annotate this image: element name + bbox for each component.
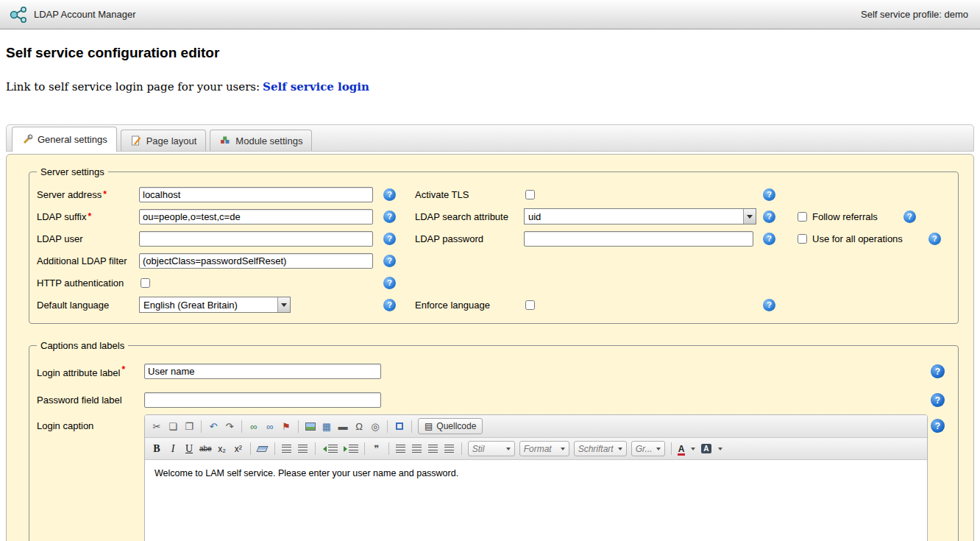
spellcheck-flag-icon[interactable]: ⚑ [279,419,294,434]
special-char-icon[interactable]: Ω [352,419,366,434]
copy-icon[interactable]: ❏ [166,419,180,434]
help-icon[interactable]: ? [383,211,396,223]
help-icon[interactable]: ? [763,188,775,201]
default-language-select[interactable]: English (Great Britain) [139,297,291,313]
find-icon[interactable]: ∞ [246,419,261,434]
page-pencil-icon [130,135,142,146]
subscript-icon[interactable]: x₂ [215,442,230,456]
selected-value: uid [528,211,743,222]
additional-filter-input[interactable] [139,253,373,269]
login-caption-row: Login caption ✂ ❏ ❐ ↶ ↷ ∞ ∞ ⚑ ▦ [37,414,951,541]
text-color-button[interactable]: A [676,442,698,456]
blockquote-icon[interactable]: ❞ [369,442,384,456]
help-icon[interactable]: ? [383,233,396,245]
help-icon[interactable]: ? [763,299,775,311]
toolbar-separator [298,420,299,433]
ldap-search-attribute-select[interactable]: uid [524,208,756,224]
help-icon[interactable]: ? [763,211,775,223]
maximize-icon[interactable] [392,419,407,434]
password-field-label: Password field label [37,395,144,406]
ldap-password-input[interactable] [524,231,753,247]
source-doc-icon: ▤ [425,421,433,431]
font-combo[interactable]: Schriftart [574,441,627,456]
help-icon[interactable]: ? [383,255,396,267]
format-combo[interactable]: Format [519,441,569,456]
ldap-password-label: LDAP password [415,227,524,250]
help-icon[interactable]: ? [383,277,396,289]
editor-content-area[interactable]: Welcome to LAM self service. Please ente… [145,460,927,541]
help-icon[interactable]: ? [903,211,916,223]
http-auth-checkbox[interactable] [141,278,150,288]
chevron-down-icon [656,448,661,450]
iframe-globe-icon[interactable]: ◎ [368,419,383,434]
bold-icon[interactable]: B [149,442,164,456]
style-combo[interactable]: Stil [468,441,515,456]
activate-tls-checkbox[interactable] [525,190,535,199]
server-address-label: Server address* [37,183,139,205]
table-icon[interactable]: ▦ [319,419,334,434]
tab-general-settings[interactable]: General settings [12,127,117,152]
cut-icon[interactable]: ✂ [149,419,164,434]
background-color-button[interactable]: A [699,442,724,456]
http-auth-label: HTTP authentication [37,272,139,294]
use-all-operations-checkbox[interactable] [798,234,807,244]
size-combo[interactable]: Gr... [631,441,665,456]
server-address-input[interactable] [139,187,373,202]
source-button-label: Quellcode [436,421,476,431]
align-center-icon[interactable] [410,442,425,456]
captions-legend: Captions and labels [37,340,128,351]
help-icon[interactable]: ? [383,299,396,311]
enforce-language-checkbox[interactable] [525,300,535,310]
indent-icon[interactable] [341,442,360,456]
toolbar-separator [201,420,202,433]
tab-page-layout[interactable]: Page layout [121,130,207,151]
replace-icon[interactable]: ∞ [263,419,277,434]
password-field-input[interactable] [144,392,381,408]
required-asterisk: * [88,211,91,222]
source-button[interactable]: ▤ Quellcode [418,418,483,434]
outdent-icon[interactable] [320,442,339,456]
login-attribute-input[interactable] [144,364,381,379]
horizontal-rule-icon[interactable]: ▬ [335,419,350,434]
help-icon[interactable]: ? [763,233,775,245]
toolbar-separator [671,442,672,455]
superscript-icon[interactable]: x² [231,442,246,456]
modules-icon [219,135,231,146]
align-left-icon[interactable] [394,442,408,456]
password-field-row: Password field label ? [37,386,951,414]
numbered-list-icon[interactable] [280,442,294,456]
strikethrough-icon[interactable]: abe [198,442,213,456]
image-icon[interactable] [303,419,318,434]
login-caption-label: Login caption [37,414,144,431]
required-asterisk: * [121,364,125,375]
login-link-intro: Link to self service login page for your… [6,80,260,93]
help-icon[interactable]: ? [931,419,945,433]
dropdown-arrow-icon[interactable] [277,297,290,312]
ldap-suffix-input[interactable] [139,209,373,224]
self-service-login-link[interactable]: Self service login [263,80,369,93]
undo-icon[interactable]: ↶ [206,419,221,434]
help-icon[interactable]: ? [931,364,945,378]
toolbar-separator [388,442,389,455]
login-attribute-row: Login attribute label* ? [37,357,951,386]
ldap-user-input[interactable] [139,231,373,247]
help-icon[interactable]: ? [931,393,945,407]
dropdown-arrow-icon[interactable] [743,209,756,224]
toolbar-separator [315,442,316,455]
remove-format-eraser-icon[interactable] [255,442,270,456]
follow-referrals-checkbox[interactable] [798,212,807,222]
chevron-down-icon [691,448,695,450]
underline-icon[interactable]: U [182,442,196,456]
top-bar: LDAP Account Manager Self service profil… [0,0,980,29]
help-icon[interactable]: ? [383,188,396,201]
italic-icon[interactable]: I [166,442,180,456]
help-icon[interactable]: ? [928,233,941,245]
redo-icon[interactable]: ↷ [222,419,237,434]
server-settings-fieldset: Server settings Server address* ? Activa… [29,166,959,324]
follow-referrals-label: Follow referrals [812,211,878,222]
paste-icon[interactable]: ❐ [182,419,196,434]
tab-module-settings[interactable]: Module settings [210,130,312,151]
align-justify-icon[interactable] [442,442,457,456]
align-right-icon[interactable] [426,442,441,456]
bullet-list-icon[interactable] [296,442,310,456]
